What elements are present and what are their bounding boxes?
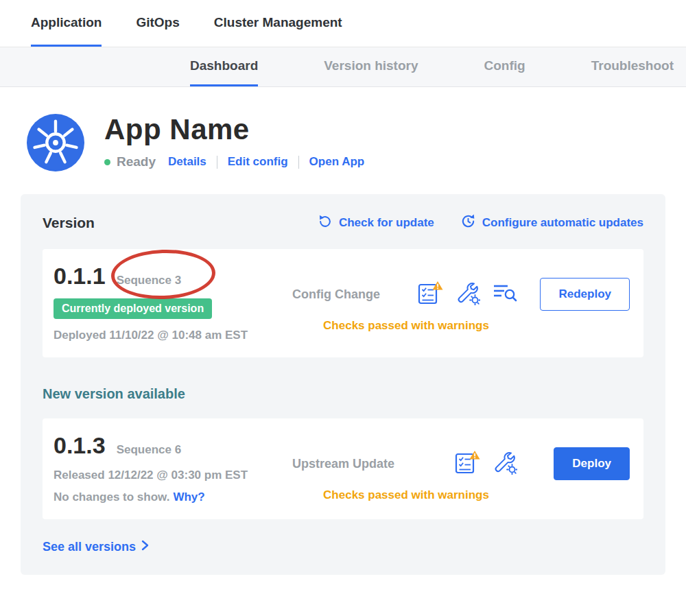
new-version-number: 0.1.3 <box>54 432 106 459</box>
new-version-middle: Upstream Update <box>285 432 527 504</box>
current-version-info: 0.1.1 Sequence 3 Currently deployed vers… <box>54 263 285 342</box>
see-all-versions-link[interactable]: See all versions <box>43 540 643 554</box>
current-version-number: 0.1.1 <box>54 263 106 289</box>
current-version-card: 0.1.1 Sequence 3 Currently deployed vers… <box>43 249 643 357</box>
new-version-heading: New version available <box>43 386 643 402</box>
status-badge: Ready <box>117 154 156 169</box>
wrench-gear-icon[interactable] <box>456 281 480 308</box>
checklist-warning-icon[interactable] <box>454 450 480 477</box>
configure-auto-updates-link[interactable]: Configure automatic updates <box>460 213 643 233</box>
check-for-update-link[interactable]: Check for update <box>318 213 434 233</box>
version-panel-header: Version Check for update <box>43 213 643 233</box>
kubernetes-logo-icon <box>26 113 85 172</box>
tab-troubleshoot[interactable]: Troubleshoot <box>591 47 674 86</box>
no-changes-text: No changes to show. <box>54 490 169 504</box>
details-link[interactable]: Details <box>168 155 206 169</box>
version-panel-actions: Check for update Configure automatic upd… <box>318 213 643 233</box>
checklist-warning-icon[interactable] <box>417 281 443 308</box>
deployed-timestamp: Deployed 11/10/22 @ 10:48 am EST <box>54 329 285 342</box>
see-all-versions-label: See all versions <box>43 540 136 554</box>
new-version-card: 0.1.3 Sequence 6 Released 12/12/22 @ 03:… <box>43 418 643 519</box>
version-panel: Version Check for update <box>21 194 665 575</box>
check-icons-row <box>454 450 517 477</box>
app-header: App Name Ready Details Edit config Open … <box>0 87 686 172</box>
page-title: App Name <box>104 113 364 146</box>
top-nav-item-application[interactable]: Application <box>31 0 102 47</box>
auto-update-icon <box>460 213 476 233</box>
tab-config[interactable]: Config <box>484 47 525 86</box>
new-version-sequence: Sequence 6 <box>117 443 182 457</box>
chevron-right-icon <box>141 540 149 554</box>
new-version-info: 0.1.3 Sequence 6 Released 12/12/22 @ 03:… <box>54 432 285 504</box>
change-type-label: Config Change <box>292 287 380 302</box>
link-divider <box>298 156 299 169</box>
deploy-button[interactable]: Deploy <box>554 447 630 480</box>
top-nav: Application GitOps Cluster Management <box>0 0 686 47</box>
wrench-gear-icon[interactable] <box>493 450 517 477</box>
redeploy-button[interactable]: Redeploy <box>540 278 630 311</box>
open-app-link[interactable]: Open App <box>309 155 365 169</box>
current-version-sequence: Sequence 3 <box>117 274 182 287</box>
check-for-update-label: Check for update <box>339 216 434 230</box>
refresh-icon <box>318 214 333 233</box>
top-nav-item-gitops[interactable]: GitOps <box>136 0 179 47</box>
tab-version-history[interactable]: Version history <box>324 47 418 86</box>
check-icons-row <box>417 281 517 308</box>
no-changes-row: No changes to show.Why? <box>54 490 285 504</box>
why-link[interactable]: Why? <box>173 490 204 504</box>
status-row: Ready Details Edit config Open App <box>104 154 364 169</box>
currently-deployed-badge: Currently deployed version <box>54 298 212 319</box>
preflight-search-icon[interactable] <box>493 282 517 307</box>
configure-auto-updates-label: Configure automatic updates <box>482 216 643 230</box>
new-version-action: Deploy <box>527 432 630 504</box>
checks-warning-text: Checks passed with warnings <box>285 488 527 502</box>
tab-dashboard[interactable]: Dashboard <box>190 47 258 86</box>
released-timestamp: Released 12/12/22 @ 03:30 pm EST <box>54 469 285 482</box>
status-dot-icon <box>104 159 110 165</box>
current-version-action: Redeploy <box>527 263 630 342</box>
top-nav-item-cluster-management[interactable]: Cluster Management <box>214 0 342 47</box>
change-type-label: Upstream Update <box>292 457 394 471</box>
sub-nav: Dashboard Version history Config Trouble… <box>0 47 686 87</box>
current-version-line: 0.1.1 Sequence 3 <box>54 263 285 289</box>
new-version-line: 0.1.3 Sequence 6 <box>54 432 285 459</box>
app-header-text: App Name Ready Details Edit config Open … <box>104 113 364 172</box>
checks-warning-text: Checks passed with warnings <box>285 319 527 333</box>
link-divider <box>217 156 217 169</box>
edit-config-link[interactable]: Edit config <box>228 155 288 169</box>
version-section-title: Version <box>43 215 95 231</box>
current-version-middle: Config Change <box>285 263 527 342</box>
